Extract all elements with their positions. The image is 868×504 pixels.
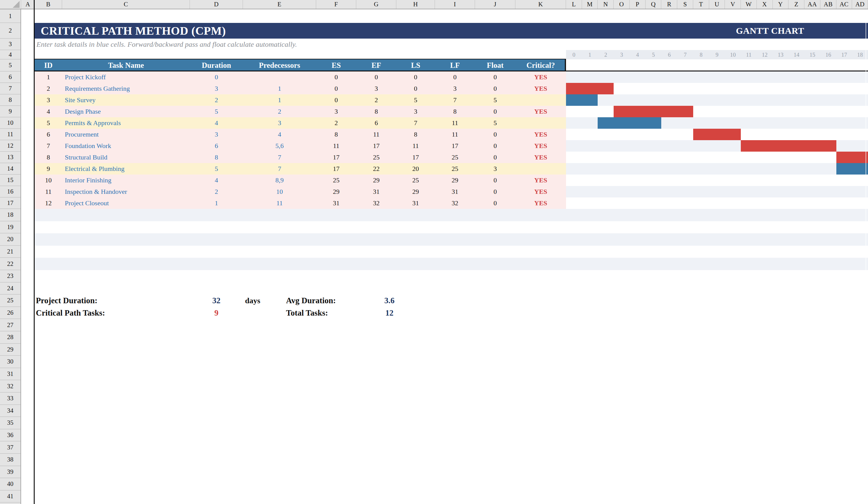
cell-duration[interactable]: 6 [190, 140, 243, 152]
column-header[interactable]: E [243, 0, 316, 9]
cell-es[interactable]: 3 [316, 106, 356, 117]
cell-ls[interactable]: 0 [396, 83, 435, 94]
cell-ls[interactable]: 11 [396, 140, 435, 152]
cell-float[interactable]: 0 [475, 186, 515, 197]
select-all-corner[interactable] [0, 0, 21, 9]
header-cell-float[interactable]: Float [475, 59, 515, 71]
cell-task-name[interactable]: Design Phase [62, 106, 190, 117]
cell-es[interactable]: 17 [316, 163, 356, 175]
row-header[interactable]: 34 [0, 405, 21, 417]
cell-float[interactable]: 0 [475, 106, 515, 117]
cell-ls[interactable]: 5 [396, 94, 435, 106]
column-header[interactable]: A [21, 0, 35, 9]
timeline-day[interactable]: 5 [645, 50, 662, 59]
cell-ls[interactable]: 8 [396, 129, 435, 140]
cell-es[interactable]: 0 [316, 71, 356, 83]
timeline-day[interactable]: 11 [741, 50, 757, 59]
cell-task-name[interactable]: Requirements Gathering [62, 83, 190, 94]
project-duration-label[interactable]: Project Duration: [36, 295, 97, 307]
cell-critical[interactable] [515, 163, 566, 175]
row-header[interactable]: 19 [0, 221, 21, 234]
cell-ef[interactable]: 32 [356, 197, 396, 209]
column-header[interactable]: O [614, 0, 630, 9]
cell-float[interactable]: 0 [475, 197, 515, 209]
cell-float[interactable]: 3 [475, 163, 515, 175]
row-header[interactable]: 36 [0, 429, 21, 442]
row-header[interactable]: 28 [0, 331, 21, 344]
cell-task-name[interactable]: Interior Finishing [62, 175, 190, 186]
column-header[interactable]: X [757, 0, 773, 9]
cell-lf[interactable]: 11 [435, 117, 475, 129]
cell-lf[interactable]: 0 [435, 71, 475, 83]
cell-ef[interactable]: 2 [356, 94, 396, 106]
cell-es[interactable]: 0 [316, 83, 356, 94]
cell-ef[interactable]: 8 [356, 106, 396, 117]
total-tasks-value[interactable]: 12 [365, 307, 413, 319]
cell-duration[interactable]: 2 [190, 186, 243, 197]
cell-ef[interactable]: 29 [356, 175, 396, 186]
cell-task-name[interactable]: Project Closeout [62, 197, 190, 209]
header-cell-critical[interactable]: Critical? [515, 59, 566, 71]
column-header[interactable]: F [316, 0, 356, 9]
column-header[interactable]: L [566, 0, 582, 9]
cell-ef[interactable]: 0 [356, 71, 396, 83]
cell-lf[interactable]: 29 [435, 175, 475, 186]
cell-critical[interactable]: YES [515, 186, 566, 197]
column-header[interactable]: G [356, 0, 396, 9]
timeline-day[interactable]: 17 [836, 50, 852, 59]
cell-float[interactable]: 0 [475, 152, 515, 163]
column-header[interactable]: T [693, 0, 709, 9]
cell-float[interactable]: 0 [475, 83, 515, 94]
cell-float[interactable]: 5 [475, 94, 515, 106]
project-duration-value[interactable]: 32 [190, 295, 243, 307]
row-header[interactable]: 41 [0, 491, 21, 503]
row-header[interactable]: 26 [0, 307, 21, 319]
cell-predecessors[interactable]: 7 [243, 152, 316, 163]
cell-id[interactable]: 3 [35, 94, 62, 106]
cell-float[interactable]: 0 [475, 71, 515, 83]
cell-critical[interactable]: YES [515, 175, 566, 186]
cell-lf[interactable]: 25 [435, 152, 475, 163]
subtitle-cell[interactable]: Enter task details in blue cells. Forwar… [35, 39, 698, 50]
cell-predecessors[interactable]: 4 [243, 129, 316, 140]
cell-lf[interactable]: 32 [435, 197, 475, 209]
cell-duration[interactable]: 1 [190, 197, 243, 209]
cell-critical[interactable]: YES [515, 106, 566, 117]
cell-id[interactable]: 7 [35, 140, 62, 152]
timeline-day[interactable]: 6 [661, 50, 677, 59]
column-header[interactable]: J [475, 0, 515, 9]
cell-lf[interactable]: 11 [435, 129, 475, 140]
timeline-day[interactable]: 8 [693, 50, 709, 59]
cell-lf[interactable]: 17 [435, 140, 475, 152]
timeline-day[interactable]: 7 [677, 50, 693, 59]
cell-ls[interactable]: 17 [396, 152, 435, 163]
row-header[interactable]: 18 [0, 209, 21, 221]
cell-task-name[interactable]: Permits & Approvals [62, 117, 190, 129]
cell-es[interactable]: 29 [316, 186, 356, 197]
timeline-day[interactable]: 14 [788, 50, 804, 59]
cell-critical[interactable] [515, 94, 566, 106]
cell-duration[interactable]: 2 [190, 94, 243, 106]
cell-lf[interactable]: 3 [435, 83, 475, 94]
row-header[interactable]: 3 [0, 39, 21, 50]
cell-duration[interactable]: 3 [190, 129, 243, 140]
cell-predecessors[interactable]: 11 [243, 197, 316, 209]
title-cell[interactable]: CRITICAL PATH METHOD (CPM) GANTT CHART [35, 23, 868, 39]
header-cell-es[interactable]: ES [316, 59, 356, 71]
cell-id[interactable]: 5 [35, 117, 62, 129]
cell-ef[interactable]: 6 [356, 117, 396, 129]
cell-id[interactable]: 6 [35, 129, 62, 140]
cell-lf[interactable]: 8 [435, 106, 475, 117]
row-header[interactable]: 2 [0, 23, 21, 39]
timeline-day[interactable]: 13 [773, 50, 789, 59]
cell-es[interactable]: 0 [316, 94, 356, 106]
cell-ef[interactable]: 11 [356, 129, 396, 140]
cell-id[interactable]: 4 [35, 106, 62, 117]
timeline-day[interactable]: 15 [804, 50, 820, 59]
column-header[interactable]: AA [804, 0, 820, 9]
cell-es[interactable]: 31 [316, 197, 356, 209]
header-cell-duration[interactable]: Duration [190, 59, 243, 71]
cell-es[interactable]: 2 [316, 117, 356, 129]
critical-path-tasks-label[interactable]: Critical Path Tasks: [36, 307, 105, 319]
column-header[interactable]: M [582, 0, 598, 9]
